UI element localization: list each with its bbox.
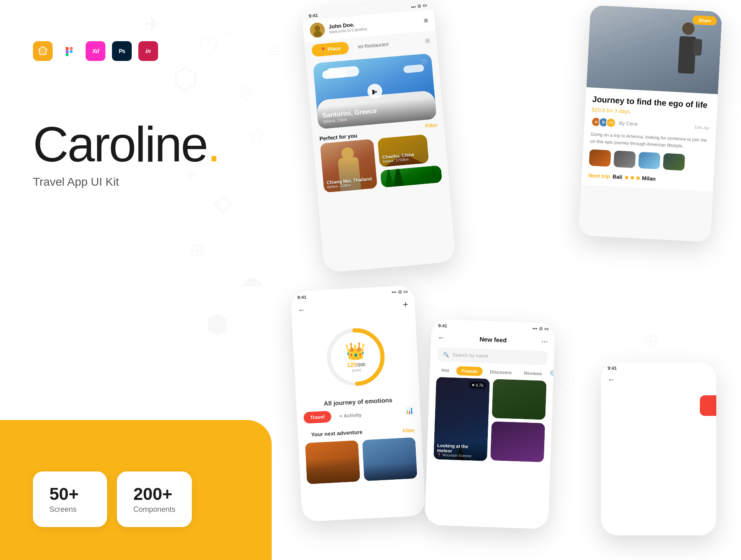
brand-dot: . xyxy=(207,117,219,172)
phone-3-journey: 9:41 ▪▪▪ ⊙ ▭ ← + xyxy=(291,285,426,522)
brand-tagline: Travel App UI Kit xyxy=(33,175,219,189)
phone-1-home: 9:41 ▪▪▪ ⊙ ▭ John Doe. xyxy=(302,0,456,273)
forest-card[interactable] xyxy=(380,165,442,188)
components-count: 200+ xyxy=(133,485,175,504)
crown-icon: 👑 xyxy=(345,341,366,362)
feed-card-main[interactable]: ♥ 4.7k Looking at the meteor 📍 Mountain … xyxy=(433,377,490,461)
in-icon: in xyxy=(138,41,158,61)
phone4-status-icons: ▪▪▪ ⊙ ▭ xyxy=(532,326,548,331)
friends-tab[interactable]: Friends xyxy=(456,366,482,376)
destination-2: Milan xyxy=(642,175,656,182)
feed-card-2[interactable] xyxy=(492,379,547,420)
feed-more[interactable]: ··· xyxy=(541,336,548,346)
feed-back-arrow[interactable]: ← xyxy=(438,333,445,342)
phone3-status-icons: ▪▪▪ ⊙ ▭ xyxy=(391,289,408,295)
forest-image xyxy=(380,165,442,188)
progress-container: 👑 120/300 point xyxy=(292,313,419,401)
author-avatars: A B +3 xyxy=(591,117,616,128)
reviews-tab[interactable]: Reviews xyxy=(519,368,548,378)
right-cards: Chaohu, China #place, 1703km xyxy=(377,133,443,187)
count-text: +3 xyxy=(609,121,613,125)
tree-1 xyxy=(384,166,394,187)
restaurant-label: Restaurant xyxy=(364,41,389,49)
brand-name: Caroline. xyxy=(33,119,219,169)
by-author: By Cece xyxy=(619,120,638,127)
circle-content: 👑 120/300 point xyxy=(345,341,367,373)
svg-rect-3 xyxy=(70,47,72,50)
location-pin-icon: 📍 xyxy=(437,453,441,457)
thumbnail-row xyxy=(589,149,708,172)
thumb-3[interactable] xyxy=(638,152,660,170)
thumb-2[interactable] xyxy=(613,151,636,168)
hot-tab[interactable]: Hot xyxy=(436,365,454,375)
phone1-time: 9:41 xyxy=(308,12,318,18)
adventure-card-1[interactable] xyxy=(305,440,360,484)
travel-tab[interactable]: Travel xyxy=(303,411,331,424)
heart-icon[interactable]: ♡ xyxy=(421,58,428,67)
cloud-2 xyxy=(326,66,359,79)
user-avatar xyxy=(310,22,326,38)
search-placeholder: Search by name xyxy=(452,352,489,359)
search-icon: 🔍 xyxy=(443,352,449,358)
chiang-mai-card[interactable]: Chiang Mai, Thailand #place, 216km xyxy=(320,139,377,193)
components-label: Components xyxy=(133,505,175,514)
screens-label: Screens xyxy=(49,505,91,514)
red-pill-button[interactable] xyxy=(700,395,716,416)
card-location-text: Mountain Everest xyxy=(443,453,471,458)
left-panel: Xd Ps in Caroline. Travel App UI Kit 50+… xyxy=(0,0,272,560)
battery-icon: ▭ xyxy=(422,3,427,9)
search-red-icon[interactable]: 🔍 xyxy=(550,370,555,378)
story-hero-image: Story Share xyxy=(586,5,722,94)
phone5-status-bar: 9:41 xyxy=(601,362,716,372)
phones-showcase-area: 9:41 ▪▪▪ ⊙ ▭ John Doe. xyxy=(272,0,741,560)
feed-search[interactable]: 🔍 Search by name xyxy=(437,347,548,365)
activity-tab[interactable]: ≈ Activity xyxy=(333,409,368,422)
brand-text: Caroline xyxy=(33,117,207,172)
adv-image-2 xyxy=(362,437,417,481)
feed-title: New feed xyxy=(445,334,541,345)
trip-dot-2 xyxy=(630,176,634,179)
discovers-tab[interactable]: Discovers xyxy=(485,367,517,378)
filter-label[interactable]: Filter xyxy=(425,122,437,129)
thumb-1[interactable] xyxy=(589,149,611,167)
phone-5-partial: 9:41 ← xyxy=(601,362,716,535)
thumb-4[interactable] xyxy=(663,153,685,171)
menu-icon[interactable]: ≡ xyxy=(424,16,429,25)
activity-tab-label: Activity xyxy=(343,412,361,419)
svg-point-5 xyxy=(70,50,72,53)
trip-dot-1 xyxy=(624,175,628,179)
phone1-status-icons: ▪▪▪ ⊙ ▭ xyxy=(411,3,427,9)
battery-icon: ▭ xyxy=(403,289,408,294)
activity-icon: ≈ xyxy=(339,413,342,419)
progress-circle-wrapper: 👑 120/300 point xyxy=(321,322,390,392)
svg-marker-1 xyxy=(39,47,47,55)
svg-rect-6 xyxy=(66,53,69,56)
restaurant-button[interactable]: 🍽 Restaurant xyxy=(352,37,394,53)
place-button[interactable]: 📍 Place xyxy=(311,42,350,57)
figma-icon xyxy=(59,41,79,61)
post-date: 15th Apr xyxy=(694,125,710,130)
card-footer-main: Looking at the meteor 📍 Mountain Everest xyxy=(433,440,488,461)
phone5-back[interactable]: ← xyxy=(601,372,716,387)
hero-card-santorini[interactable]: ▶ ♡ Santorini, Greece #place, 13km xyxy=(313,53,437,129)
person-with-bag xyxy=(669,21,705,93)
feed-card-3[interactable] xyxy=(490,421,545,462)
restaurant-icon: 🍽 xyxy=(358,44,363,50)
story-content: Journey to find the ego of life $20.8 fo… xyxy=(581,87,718,191)
score-display: 120/300 xyxy=(346,361,367,369)
score-max: 300 xyxy=(358,362,366,367)
wifi-icon: ⊙ xyxy=(398,289,402,294)
filter-button[interactable]: Filter xyxy=(403,427,415,434)
add-button[interactable]: + xyxy=(403,299,408,310)
place-pin-icon: 📍 xyxy=(320,47,326,53)
chaohu-card[interactable]: Chaohu, China #place, 1703km xyxy=(377,134,429,167)
back-arrow[interactable]: ← xyxy=(298,306,305,315)
story-description: Going on a trip to America, looking for … xyxy=(590,131,709,150)
share-button[interactable]: Share xyxy=(692,15,717,26)
svg-rect-4 xyxy=(66,50,69,53)
svg-rect-2 xyxy=(66,47,69,50)
adventure-card-2[interactable] xyxy=(362,437,417,481)
adv-gradient-2 xyxy=(364,462,417,481)
sketch-icon xyxy=(33,41,53,61)
likes-badge: ♥ 4.7k xyxy=(469,381,486,389)
